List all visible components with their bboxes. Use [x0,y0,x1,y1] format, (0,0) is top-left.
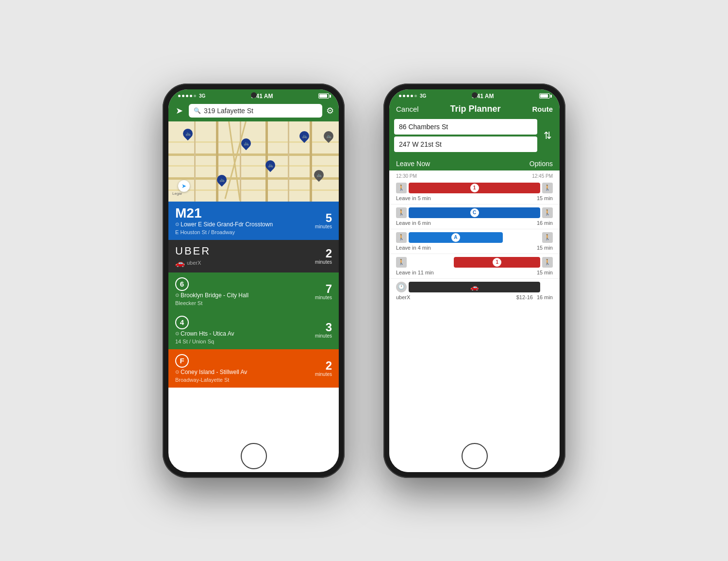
walk-icon-ab: 🚶 [542,232,553,243]
route-bar-1b: 1 [454,257,540,268]
route-meta-c: Leave in 6 min 16 min [396,220,553,226]
route-stop-4: 14 St / Union Sq [175,339,234,344]
trip-fields: 86 Chambers St 247 W 21st St [394,119,537,157]
route-row-f: F [175,354,247,368]
transit-item-6[interactable]: 6 ⊙ Brooklyn Bridge - City Hall Bleecker… [168,272,339,311]
bike-pin-6: 🚲 [314,170,324,182]
leave-now-label[interactable]: Leave Now [396,160,430,168]
route-row-1[interactable]: 🚶 1 🚶 Leave in 5 min 15 min [389,180,560,204]
transit-right-m21: 5 minutes [315,212,332,229]
uber-route-row[interactable]: 🕐 🚗 uberX $12-16 16 min [389,279,560,303]
settings-icon[interactable]: ⚙ [326,105,334,116]
time-display-1: 9:41 AM [251,93,273,100]
route-timeline-1: 🚶 1 🚶 [396,183,553,193]
leave-time-a: Leave in 4 min [396,245,431,251]
transit-right-6: 7 minutes [315,283,332,300]
route-circle-c: C [470,208,479,217]
transit-right-f: 2 minutes [315,360,332,377]
transit-item-uber[interactable]: UBER 🚗 uberX 2 minutes [168,240,339,272]
duration-c: 16 min [537,220,553,226]
carrier-label: 3G [199,93,205,99]
walk-icon-ca: 🚶 [396,207,407,218]
location-arrow[interactable]: ➤ [178,180,190,192]
from-input[interactable]: 86 Chambers St [394,119,537,135]
status-left-1: 3G [178,93,205,99]
minutes-label-m21: minutes [315,224,332,229]
walk-icon-1ba: 🚶 [396,257,407,268]
map-area[interactable]: Legar 🚲 🚲 🚲 🚲 🚲 🚲 [168,121,339,202]
bike-pin-4: 🚲 [324,131,333,143]
trip-planner-header: Cancel Trip Planner Route [389,102,560,119]
swap-button[interactable]: ⇅ [540,119,555,157]
route-circle-f: F [175,354,189,368]
signal-dot-1b [399,95,401,97]
battery-fill-1 [319,94,327,98]
to-input[interactable]: 247 W 21st St [394,136,537,152]
signal-dot-5 [194,95,196,97]
walk-icon-cb: 🚶 [542,207,553,218]
minutes-label-f: minutes [315,372,332,377]
status-bar-1: 3G 9:41 AM [168,89,339,102]
route-circle-1: 1 [470,184,479,192]
options-button[interactable]: Options [529,160,553,168]
route-timeline-1b: 🚶 1 🚶 [396,257,553,268]
route-stop-m21: E Houston St / Broadway [175,229,273,235]
trip-routes-list: 12:30 PM 12:45 PM 🚶 1 🚶 [389,170,560,472]
route-meta-1: Leave in 5 min 15 min [396,195,553,201]
status-right-1 [318,93,329,99]
leave-time-1b: Leave in 11 min [396,270,434,275]
uber-car-icon: 🚗 [470,283,479,291]
walk-icon-aa: 🚶 [396,232,407,243]
signal-dot-2b [403,95,405,97]
bike-pin-7: 🚲 [217,175,227,187]
route-stop-f: Broadway-Lafayette St [175,377,247,383]
minutes-label-uber: minutes [315,259,332,265]
search-input-container[interactable]: 🔍 319 Lafayette St [189,104,322,118]
minutes-m21: 5 [315,212,332,224]
bike-pin-3: 🚲 [299,131,309,143]
route-row-a[interactable]: 🚶 A 🚶 Leave in 4 min 15 min [389,229,560,254]
battery-icon-2 [539,93,550,99]
transit-item-m21[interactable]: M21 ⊙ Lower E Side Grand-Fdr Crosstown E… [168,202,339,240]
route-name-m21: M21 [175,206,273,220]
search-field-value: 319 Lafayette St [204,107,253,115]
duration-1b: 15 min [537,270,553,275]
search-bar: ➤ 🔍 319 Lafayette St ⚙ [168,102,339,121]
transit-item-4[interactable]: 4 ⊙ Crown Hts - Utica Av 14 St / Union S… [168,311,339,349]
duration-a: 15 min [537,245,553,251]
route-timeline-a: 🚶 A 🚶 [396,232,553,243]
walk-icon-1bb: 🚶 [542,257,553,268]
time-display-2: 9:41 AM [472,93,494,100]
status-bar-2: 3G 9:41 AM [389,89,560,102]
bike-pin-2: 🚲 [241,138,251,150]
uber-service-label: uberX [396,294,410,300]
back-arrow-icon[interactable]: ➤ [173,105,185,116]
route-row-c[interactable]: 🚶 C 🚶 Leave in 6 min 16 min [389,204,560,229]
transit-left-m21: M21 ⊙ Lower E Side Grand-Fdr Crosstown E… [175,206,273,235]
map-street [216,121,218,202]
route-destination-6: ⊙ Brooklyn Bridge - City Hall [175,292,248,299]
route-row-4: 4 [175,316,234,329]
signal-dot-3 [186,95,188,97]
car-icon: 🚗 [175,258,185,268]
route-bar-1: 1 [409,183,540,193]
route-meta-1b: Leave in 11 min 15 min [396,270,553,275]
uber-price: $12-16 [516,294,533,300]
route-timeline-c: 🚶 C 🚶 [396,207,553,218]
uber-car-label: 🚗 uberX [175,258,211,268]
minutes-label-6: minutes [315,295,332,300]
route-row-1b[interactable]: 🚶 1 🚶 Leave in 11 min 15 min [389,254,560,279]
leave-time-1: Leave in 5 min [396,195,431,201]
route-bar-a: A [409,232,503,243]
route-button[interactable]: Route [532,105,553,113]
signal-dot-2 [182,95,184,97]
route-circle-4: 4 [175,316,189,329]
trip-planner-title: Trip Planner [450,104,501,114]
transit-item-f[interactable]: F ⊙ Coney Island - Stillwell Av Broadway… [168,349,339,388]
phones-container: 3G 9:41 AM ➤ 🔍 319 Lafayette St ⚙ [133,54,595,507]
uber-duration: 16 min [537,294,553,300]
transit-left-uber: UBER 🚗 uberX [175,245,211,268]
cancel-button[interactable]: Cancel [396,105,419,113]
phone-2-screen: 3G 9:41 AM Cancel Trip Planner Route 86 … [389,89,560,472]
route-circle-6: 6 [175,277,189,291]
